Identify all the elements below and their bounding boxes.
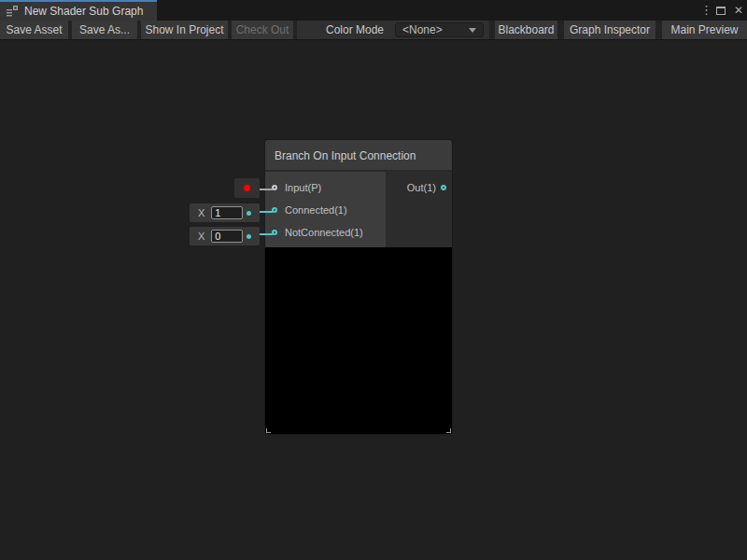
port-notconnected[interactable]: NotConnected(1) [265,221,386,244]
toolbar: Save Asset Save As... Show In Project Ch… [0,21,747,40]
connected-value-widget: X [190,203,260,222]
save-as-button[interactable]: Save As... [72,21,137,39]
shader-graph-window: New Shader Sub Graph ⋮ ✕ Save Asset Save… [0,0,747,560]
tab-new-shader-sub-graph[interactable]: New Shader Sub Graph [0,0,157,21]
blackboard-button[interactable]: Blackboard [495,21,557,39]
port-dot-icon [247,234,251,239]
node-output-ports: Out(1) [386,172,452,247]
main-preview-button[interactable]: Main Preview [662,21,747,39]
check-out-button[interactable]: Check Out [232,21,293,39]
port-label: Input(P) [285,182,321,193]
port-out[interactable]: Out(1) [386,176,452,199]
port-input-p[interactable]: Input(P) [265,176,386,199]
maximize-icon[interactable] [716,7,726,15]
port-label: Out(1) [407,182,436,193]
input-p-swatch[interactable] [234,178,260,198]
node-branch-on-input-connection[interactable]: Branch On Input Connection Input(P) Conn… [265,140,452,434]
graph-inspector-button[interactable]: Graph Inspector [564,21,655,39]
resize-grip-icon[interactable] [266,428,271,433]
x-value-input[interactable] [211,230,243,243]
chevron-down-icon [469,28,476,33]
node-title[interactable]: Branch On Input Connection [265,140,452,172]
color-mode-segment: Color Mode <None> [297,21,489,39]
port-label: Connected(1) [285,204,347,216]
save-asset-button[interactable]: Save Asset [0,21,68,39]
x-component-label: X [198,231,204,242]
kebab-menu-icon[interactable]: ⋮ [700,0,708,21]
window-controls: ⋮ ✕ [700,0,743,21]
node-input-ports: Input(P) Connected(1) NotConnected(1) [265,172,386,247]
notconnected-value-widget: X [190,227,260,245]
tab-title: New Shader Sub Graph [24,5,143,18]
color-mode-label: Color Mode [326,21,384,39]
color-mode-dropdown[interactable]: <None> [395,22,484,37]
port-connected[interactable]: Connected(1) [265,199,386,221]
red-dot-icon [244,185,250,191]
color-mode-value: <None> [402,23,443,36]
x-component-label: X [198,207,204,218]
port-label: NotConnected(1) [285,227,363,238]
subgraph-icon [7,6,19,17]
x-value-input[interactable] [211,206,243,219]
close-icon[interactable]: ✕ [734,0,743,21]
node-preview [265,247,452,434]
port-circle-icon[interactable] [441,185,446,190]
show-in-project-button[interactable]: Show In Project [141,21,228,39]
resize-grip-icon[interactable] [446,428,451,433]
port-dot-icon [247,211,251,216]
node-body: Input(P) Connected(1) NotConnected(1) Ou… [265,172,452,247]
tab-bar: New Shader Sub Graph ⋮ ✕ [0,0,747,21]
